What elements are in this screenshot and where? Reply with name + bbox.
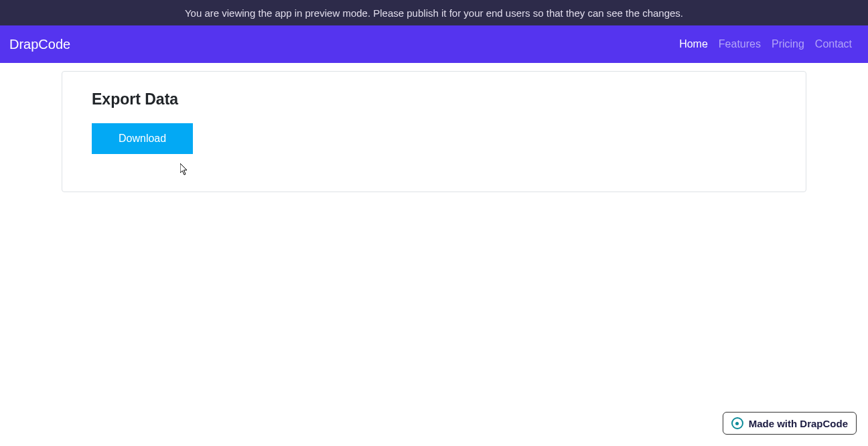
content-wrapper: Export Data Download — [0, 63, 868, 192]
nav-link-contact[interactable]: Contact — [815, 38, 852, 50]
export-card: Export Data Download — [62, 71, 806, 192]
made-with-drapcode-badge[interactable]: Made with DrapCode — [723, 412, 857, 435]
card-title: Export Data — [92, 90, 776, 108]
nav-links: Home Features Pricing Contact — [679, 38, 852, 50]
nav-link-features[interactable]: Features — [719, 38, 761, 50]
main-navbar: DrapCode Home Features Pricing Contact — [0, 25, 868, 63]
drapcode-logo-icon — [731, 417, 743, 429]
nav-link-home[interactable]: Home — [679, 38, 708, 50]
download-button[interactable]: Download — [92, 123, 193, 154]
preview-mode-banner: You are viewing the app in preview mode.… — [0, 0, 868, 25]
preview-mode-text: You are viewing the app in preview mode.… — [185, 7, 683, 19]
made-with-text: Made with DrapCode — [749, 418, 848, 429]
brand-logo[interactable]: DrapCode — [9, 37, 70, 52]
nav-link-pricing[interactable]: Pricing — [772, 38, 804, 50]
